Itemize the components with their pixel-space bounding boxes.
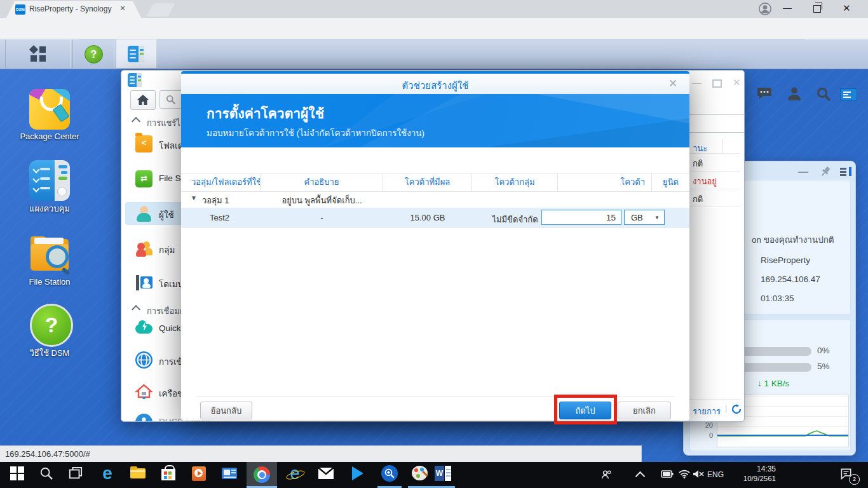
file-services-icon: ⇄ xyxy=(135,170,153,187)
unit-select[interactable]: GB ▼ xyxy=(624,210,665,225)
mail-icon[interactable] xyxy=(316,464,336,483)
decor xyxy=(32,166,39,173)
list-row-status-active[interactable]: งานอยู่ xyxy=(693,175,717,188)
volume-muted-icon[interactable] xyxy=(693,470,704,480)
browser-toolbar: ← → ⌂ i ไม่ปลอดภัย | 169.254.106.47:5000… xyxy=(0,18,868,40)
window-minimize-icon[interactable]: — xyxy=(692,77,702,88)
movies-tv-icon[interactable] xyxy=(348,464,367,483)
table-row-user-quota[interactable]: Test2 - 15.00 GB ไม่มีขีดจำกัด 15 GB ▼ xyxy=(181,208,689,228)
dsm-help-button[interactable]: ? xyxy=(72,39,114,68)
expand-caret-icon[interactable]: ▼ xyxy=(191,194,197,201)
battery-icon[interactable] xyxy=(661,470,674,480)
control-panel-home-button[interactable] xyxy=(130,90,156,110)
decor xyxy=(58,177,67,180)
user-options-icon[interactable] xyxy=(787,86,803,100)
window-close-icon[interactable]: ✕ xyxy=(733,77,741,88)
internet-explorer-icon[interactable]: e xyxy=(285,464,304,483)
divider xyxy=(681,207,740,207)
file-station-label[interactable]: File Station xyxy=(11,277,88,287)
col-quota[interactable]: โควต้า xyxy=(558,173,652,191)
shared-folder-icon: < xyxy=(135,135,153,152)
group-icon xyxy=(135,240,153,257)
edge-icon[interactable]: e xyxy=(98,464,117,483)
divider: | xyxy=(725,403,727,413)
widget-layout-icon[interactable] xyxy=(840,167,851,176)
table-row-volume-group[interactable]: ▼ วอลุ่ม 1 อยู่บน พูลพื้นที่จัดเก็บ... xyxy=(181,191,689,208)
domain-ldap-icon xyxy=(135,274,153,291)
server-name-value: RiseProperty xyxy=(761,255,810,265)
col-volume[interactable]: วอลุ่ม/โฟลเดอร์ที่ใช้ร่... xyxy=(181,173,261,191)
browser-profile-icon[interactable] xyxy=(759,3,771,15)
control-panel-task-button[interactable] xyxy=(116,39,156,68)
control-panel-desktop-icon[interactable] xyxy=(29,160,70,201)
chart-tick-0: 0 xyxy=(695,431,713,439)
back-button[interactable]: ย้อนกลับ xyxy=(200,402,252,419)
status-link-text: 169.254.106.47:5000/# xyxy=(5,449,90,459)
quota-value-input[interactable]: 15 xyxy=(541,210,621,225)
health-status-text: on ของคุณทำงานปกติ xyxy=(752,233,834,247)
list-item-count-label: รายการ xyxy=(693,405,721,418)
quickconnect-icon xyxy=(135,320,153,337)
tray-expand-chevron-icon[interactable] xyxy=(635,471,646,482)
widget-pin-icon[interactable] xyxy=(820,166,831,179)
list-row-status[interactable]: กติ xyxy=(693,157,703,170)
cpu-percent: 0% xyxy=(817,346,830,355)
start-button-icon[interactable] xyxy=(8,464,27,483)
collapse-chevron-icon xyxy=(132,305,140,314)
notification-badge: 2 xyxy=(849,474,860,485)
widgets-toggle-icon[interactable] xyxy=(840,88,857,101)
decor xyxy=(32,175,39,182)
collapse-chevron-icon xyxy=(132,117,140,126)
dialog-close-icon[interactable]: ✕ xyxy=(668,77,677,90)
refresh-icon[interactable] xyxy=(731,404,742,416)
decor xyxy=(32,185,39,192)
chevron-down-icon: ▼ xyxy=(654,215,660,220)
widget-minimize-icon[interactable]: — xyxy=(798,166,808,178)
chrome-taskbar-cell[interactable] xyxy=(247,462,277,488)
task-view-icon[interactable] xyxy=(66,464,85,483)
taskbar-search-icon[interactable] xyxy=(37,464,56,483)
uptime-value: 01:03:35 xyxy=(761,294,794,303)
file-explorer-icon[interactable] xyxy=(128,464,147,483)
window-minimize-icon[interactable]: — xyxy=(783,3,792,13)
paint-icon[interactable] xyxy=(410,464,430,483)
tray-clock-time[interactable]: 14:35 xyxy=(734,464,776,473)
decor xyxy=(61,171,67,174)
file-station-icon[interactable] xyxy=(29,234,70,274)
divider xyxy=(681,189,740,189)
main-menu-button[interactable] xyxy=(5,39,71,68)
package-center-label[interactable]: Package Center xyxy=(11,132,88,142)
tray-clock-date[interactable]: 10/9/2561 xyxy=(734,475,776,482)
wifi-icon[interactable] xyxy=(679,470,690,480)
dsm-help-icon[interactable]: ? xyxy=(30,304,73,347)
col-effective-quota[interactable]: โควต้าที่มีผล xyxy=(383,173,472,191)
notifications-icon[interactable] xyxy=(756,86,773,100)
control-panel-desktop-label[interactable]: แผงควบคุม xyxy=(11,204,88,214)
user-wizard-dialog: ตัวช่วยสร้างผู้ใช้ ✕ การตั้งค่าโควตาผู้ใ… xyxy=(181,71,689,421)
window-restore-icon[interactable] xyxy=(813,5,821,13)
divider xyxy=(681,171,740,172)
chart-tick-20: 20 xyxy=(695,421,713,429)
language-indicator[interactable]: ENG xyxy=(707,470,724,479)
tab-close-icon[interactable]: ✕ xyxy=(119,4,126,13)
magnifier-app-icon[interactable] xyxy=(380,464,399,483)
document-app-icon[interactable] xyxy=(220,464,239,483)
dsm-help-label[interactable]: วิธีใช้ DSM xyxy=(11,348,88,358)
window-maximize-icon[interactable] xyxy=(712,79,722,88)
microsoft-store-icon[interactable] xyxy=(159,464,178,483)
cancel-button[interactable]: ยกเลิก xyxy=(618,402,671,419)
list-row-status[interactable]: กติ xyxy=(693,193,703,206)
col-group-quota[interactable]: โควต้ากลุ่ม xyxy=(472,173,558,191)
window-close-icon[interactable]: ✕ xyxy=(843,3,851,14)
word-icon[interactable]: W xyxy=(433,464,452,483)
new-tab-button[interactable] xyxy=(146,3,175,17)
package-center-icon[interactable] xyxy=(29,89,70,130)
browser-tab-bar: DSM RiseProperty - Synology D ✕ — ✕ xyxy=(0,0,868,18)
col-unit[interactable]: ยูนิต xyxy=(652,173,689,191)
search-icon[interactable] xyxy=(816,86,832,100)
media-player-icon[interactable] xyxy=(189,464,208,483)
action-center-icon[interactable]: 2 xyxy=(840,468,859,484)
people-tray-icon[interactable] xyxy=(601,470,612,482)
tab-title: RiseProperty - Synology D xyxy=(29,4,113,13)
col-description[interactable]: คำอธิบาย xyxy=(261,173,383,191)
